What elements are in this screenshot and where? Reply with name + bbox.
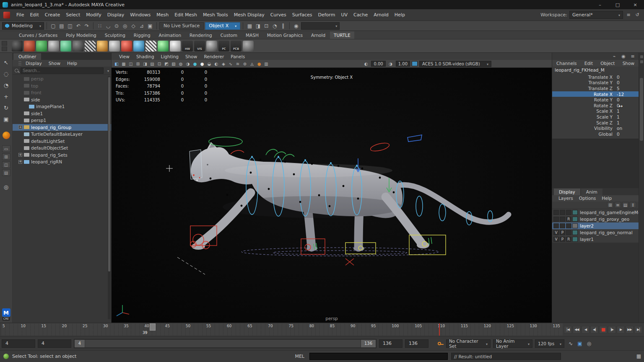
shelf-icon[interactable]: [121, 41, 132, 52]
viewport-toolbar-icon[interactable]: ∿: [227, 61, 234, 67]
timeline-tick[interactable]: 20: [62, 324, 67, 328]
snap-icon[interactable]: ◎: [121, 22, 129, 30]
isolate-select-icon[interactable]: ◎: [2, 182, 11, 191]
timeline-tick[interactable]: 135: [553, 324, 560, 328]
tool-button[interactable]: ↻: [2, 103, 11, 112]
outliner-item[interactable]: leopard_rigRN: [13, 158, 111, 165]
transport-button[interactable]: ▶|: [634, 326, 642, 334]
viewport-menu-item[interactable]: Show: [182, 54, 200, 59]
playback-start-field[interactable]: 4: [38, 339, 71, 348]
transport-button[interactable]: ◀: [582, 326, 589, 334]
channel-row[interactable]: Global 0: [552, 131, 639, 137]
layer-row[interactable]: V P leopard_rig_geo_normal: [552, 229, 639, 236]
viewport-toolbar-icon[interactable]: ⊡: [156, 61, 163, 67]
layer-visibility-toggle[interactable]: [553, 223, 559, 228]
channel-value-field[interactable]: on: [617, 126, 639, 131]
layer-playback-toggle[interactable]: P: [560, 237, 565, 242]
exposure-icon[interactable]: ◐: [363, 61, 369, 67]
shelf-icon[interactable]: [73, 41, 83, 52]
menu-item[interactable]: Edit Mesh: [171, 12, 200, 18]
outliner-tab[interactable]: Outliner: [13, 53, 41, 60]
shelf-tab[interactable]: Arnold: [307, 31, 329, 39]
sliders-icon[interactable]: ≡: [629, 53, 636, 60]
current-frame-marker[interactable]: [150, 323, 156, 331]
sidebar-toggle-icon[interactable]: [640, 60, 643, 63]
timeline-tick[interactable]: 130: [530, 324, 537, 328]
expand-icon[interactable]: [18, 98, 22, 101]
viewport-menu-item[interactable]: View: [116, 54, 133, 59]
shelf-icon[interactable]: [24, 41, 35, 52]
viewport-toolbar-icon[interactable]: ⊞: [135, 61, 141, 67]
menu-item[interactable]: UV: [338, 12, 351, 18]
live-surface-button[interactable]: No Live Surface: [159, 22, 204, 30]
shelf-icon[interactable]: VIS: [194, 41, 205, 52]
viewport-toolbar-icon[interactable]: ≋: [234, 61, 241, 67]
panel-grip-icon[interactable]: [18, 61, 21, 65]
shelf-tab[interactable]: Rigging: [130, 31, 154, 39]
layer-toolbar-icon[interactable]: ⊞: [607, 202, 613, 208]
menu-item[interactable]: Cache: [351, 12, 371, 18]
viewport-toolbar-icon[interactable]: ◍: [177, 61, 184, 67]
viewport-toolbar-icon[interactable]: ◈: [220, 61, 227, 67]
sidebar-toggle-icon[interactable]: [640, 55, 643, 58]
timeline-tick[interactable]: 105: [415, 324, 422, 328]
channel-row[interactable]: Translate Z 5: [552, 85, 639, 91]
pin-icon[interactable]: ⌁: [611, 53, 618, 60]
shelf-tab[interactable]: Custom: [217, 31, 241, 39]
transport-button[interactable]: |◀: [564, 326, 572, 334]
shelf-tab[interactable]: Animation: [155, 31, 185, 39]
tool-button[interactable]: +: [2, 92, 11, 101]
playback-option-icon[interactable]: ◎: [585, 340, 593, 347]
render-icon[interactable]: ▦: [246, 22, 253, 30]
layer-color-swatch[interactable]: [572, 217, 578, 222]
animation-end-field[interactable]: 136: [405, 339, 428, 348]
viewport-toolbar-icon[interactable]: ▥: [263, 61, 270, 67]
range-slider[interactable]: 4 136: [74, 339, 377, 348]
symmetry-dropdown[interactable]: Object X: [205, 22, 240, 30]
tool-button[interactable]: ↖: [2, 58, 11, 67]
layer-display-mode-toggle[interactable]: [566, 210, 571, 215]
character-set-dropdown[interactable]: No Character Set: [446, 339, 491, 348]
viewport-toolbar-icon[interactable]: ◨: [142, 61, 148, 67]
timeline-tick[interactable]: 75: [288, 324, 293, 328]
viewport-toolbar-icon[interactable]: ◧: [113, 61, 120, 67]
viewport-menu-item[interactable]: Renderer: [200, 54, 227, 59]
channel-value-field[interactable]: -12: [617, 92, 639, 97]
outliner-menu-item[interactable]: Help: [64, 61, 80, 66]
timeline-tick[interactable]: 100: [392, 324, 399, 328]
timeline-tick[interactable]: 120: [484, 324, 491, 328]
selected-object-name[interactable]: leopard_rig_FKHead_M: [552, 67, 639, 73]
viewport-menu-item[interactable]: Shading: [133, 54, 158, 59]
timeline-tick[interactable]: 5: [3, 324, 5, 328]
channel-value-field[interactable]: 0: [617, 75, 639, 80]
timeline-track[interactable]: 5101520253035404550556065707580859095100…: [1, 323, 563, 336]
auto-keyframe-icon[interactable]: [438, 342, 441, 345]
transport-button[interactable]: ◀|: [590, 326, 598, 334]
layer-playback-toggle[interactable]: [560, 223, 565, 228]
range-end-handle[interactable]: 136: [361, 340, 376, 347]
layer-color-swatch[interactable]: [572, 223, 578, 228]
shelf-icon[interactable]: [85, 41, 96, 52]
layout-shortcut-button[interactable]: ▭: [2, 145, 10, 152]
shelf-icon[interactable]: [97, 41, 108, 52]
menu-item[interactable]: Edit: [27, 12, 42, 18]
menu-item[interactable]: Modify: [83, 12, 104, 18]
outliner-item[interactable]: top: [13, 83, 111, 90]
expand-icon[interactable]: [18, 139, 22, 143]
colorspace-dropdown[interactable]: ACES 1.0 SDR-video (sRGB): [419, 61, 491, 67]
channel-value-field[interactable]: 1: [617, 120, 639, 125]
layer-editor-menu-item[interactable]: Layers: [556, 196, 576, 201]
viewport-toolbar-icon[interactable]: ◐: [213, 61, 220, 67]
outliner-item[interactable]: side1: [13, 110, 111, 117]
outliner-item[interactable]: persp1: [13, 117, 111, 124]
shelf-icon[interactable]: HW: [182, 41, 193, 52]
layout-shortcut-button[interactable]: ◫: [2, 161, 10, 168]
soft-select-icon[interactable]: [3, 132, 10, 139]
close-button[interactable]: ×: [626, 0, 644, 9]
shelf-icon[interactable]: [60, 41, 71, 52]
channel-value-field[interactable]: 5: [617, 86, 639, 91]
mel-toggle[interactable]: MEL: [293, 354, 306, 359]
shelf-tab[interactable]: TURTLE: [330, 31, 354, 39]
channel-row[interactable]: Scale X 1: [552, 109, 639, 114]
menu-set-dropdown[interactable]: Modeling: [2, 22, 44, 30]
